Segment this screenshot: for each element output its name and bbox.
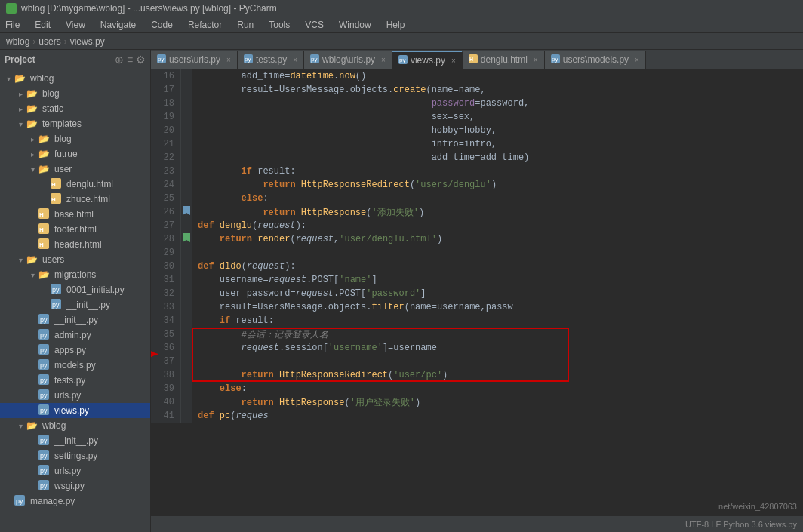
line-content: else:	[192, 192, 803, 205]
code-line-22: 22 add_time=add_time)	[151, 151, 803, 165]
line-gutter	[181, 273, 192, 287]
menu-item-run[interactable]: Run	[235, 19, 256, 31]
editor-tabs: pyusers\urls.py×pytests.py×pywblog\urls.…	[151, 50, 803, 69]
code-line-41: 41def pc(reques	[151, 409, 803, 423]
line-gutter	[181, 355, 192, 368]
tree-item-futrue[interactable]: ▸📂futrue	[0, 146, 150, 161]
tree-item-apps-py[interactable]: pyapps.py	[0, 343, 150, 358]
breadcrumb-item[interactable]: wblog	[6, 36, 29, 47]
tree-item-footer-html[interactable]: Hfooter.html	[0, 222, 150, 237]
tree-label: __init__.py	[66, 300, 110, 310]
line-content: hobby=hobby,	[192, 124, 803, 137]
editor-tab-denglu-html[interactable]: Hdenglu.html×	[463, 51, 545, 69]
tab-close-button[interactable]: ×	[226, 56, 231, 64]
tree-item-settings-py[interactable]: pysettings.py	[0, 448, 150, 463]
line-gutter	[181, 232, 192, 246]
tab-close-button[interactable]: ×	[293, 56, 297, 64]
editor-tab-users-models-py[interactable]: pyusers\models.py×	[545, 51, 646, 69]
tree-item-init-migrations[interactable]: py__init__.py	[0, 297, 150, 312]
editor-tab-wblog-urls-py[interactable]: pywblog\urls.py×	[304, 51, 392, 69]
tab-close-button[interactable]: ×	[534, 56, 538, 64]
line-content: add_time=datetime.now()	[192, 69, 803, 83]
line-number: 41	[151, 409, 181, 423]
file-icon-html: H	[38, 238, 50, 251]
tree-item-zhuce-html[interactable]: Hzhuce.html	[0, 192, 150, 207]
tree-item-manage-py[interactable]: pymanage.py	[0, 494, 150, 509]
line-content: infro=infro,	[192, 137, 803, 151]
line-number: 29	[151, 246, 181, 260]
tab-close-button[interactable]: ×	[381, 56, 386, 64]
tree-item-user-tpl[interactable]: ▾📂user	[0, 161, 150, 177]
code-line-33: 33 result=UsersMessage.objects.filter(na…	[151, 300, 803, 314]
editor-tab-views-py[interactable]: pyviews.py×	[392, 51, 463, 69]
menu-item-view[interactable]: View	[63, 19, 88, 31]
code-editor[interactable]: 16 add_time=datetime.now()17 result=User…	[151, 69, 803, 515]
tree-label: blog	[54, 134, 72, 144]
menu-item-refactor[interactable]: Refactor	[186, 19, 224, 31]
tree-item-views-py[interactable]: pyviews.py	[0, 403, 150, 418]
line-gutter	[181, 341, 192, 355]
file-tree[interactable]: ▾📂wblog▸📂blog▸📂static▾📂templates▸📂blog▸📂…	[0, 69, 150, 532]
tree-item-static[interactable]: ▸📂static	[0, 101, 150, 116]
menu-item-help[interactable]: Help	[384, 19, 408, 31]
line-number: 20	[151, 124, 181, 137]
line-number: 19	[151, 110, 181, 124]
tree-item-models-py[interactable]: pymodels.py	[0, 358, 150, 373]
tree-item-urls-wblog[interactable]: pyurls.py	[0, 463, 150, 478]
code-line-38: 38 return HttpResponseRedirect('user/pc'…	[151, 368, 803, 382]
breadcrumb-sep: ›	[64, 36, 67, 47]
main-layout: Project ⊕ ≡ ⚙ ▾📂wblog▸📂blog▸📂static▾📂tem…	[0, 50, 803, 532]
panel-icons: ⊕ ≡ ⚙	[115, 54, 146, 66]
menu-item-tools[interactable]: Tools	[266, 19, 292, 31]
tree-item-wsgi-py[interactable]: pywsgi.py	[0, 478, 150, 494]
tree-item-init-wblog[interactable]: py__init__.py	[0, 433, 150, 448]
menu-item-vcs[interactable]: VCS	[303, 19, 326, 31]
highlight-arrow: →	[151, 340, 158, 370]
tree-item-tests-py[interactable]: pytests.py	[0, 373, 150, 388]
tree-item-wblog-inner[interactable]: ▾📂wblog	[0, 418, 150, 433]
line-number: 21	[151, 137, 181, 151]
file-icon-html: H	[38, 223, 50, 235]
tab-close-button[interactable]: ×	[451, 57, 456, 65]
menu-item-edit[interactable]: Edit	[32, 19, 53, 31]
menu-item-code[interactable]: Code	[149, 19, 175, 31]
tree-item-urls-py[interactable]: pyurls.py	[0, 388, 150, 403]
code-line-28: 28 return render(request,'user/denglu.ht…	[151, 232, 803, 246]
tree-item-users[interactable]: ▾📂users	[0, 252, 150, 267]
file-icon-html: H	[50, 178, 62, 190]
editor-tab-tests-py[interactable]: pytests.py×	[238, 51, 304, 69]
tree-item-denglu-html[interactable]: Hdenglu.html	[0, 177, 150, 192]
tree-item-wblog-root[interactable]: ▾📂wblog	[0, 71, 150, 86]
breadcrumb-item[interactable]: users	[38, 36, 60, 47]
line-content	[192, 246, 803, 260]
tree-item-header-html[interactable]: Hheader.html	[0, 237, 150, 252]
svg-text:H: H	[39, 211, 44, 218]
menu-item-file[interactable]: File	[3, 19, 22, 31]
tree-item-init-users[interactable]: py__init__.py	[0, 312, 150, 328]
editor-tab-users-urls-py[interactable]: pyusers\urls.py×	[151, 51, 238, 69]
code-line-32: 32 user_password=request.POST['password'…	[151, 287, 803, 300]
tree-label: denglu.html	[66, 179, 113, 189]
menu-item-window[interactable]: Window	[337, 19, 374, 31]
tree-item-base-html[interactable]: Hbase.html	[0, 207, 150, 222]
code-line-34: 34 if result:	[151, 314, 803, 328]
menu-item-navigate[interactable]: Navigate	[98, 19, 138, 31]
tree-item-blog-tpl[interactable]: ▸📂blog	[0, 131, 150, 146]
breadcrumb-item[interactable]: views.py	[70, 36, 105, 47]
tab-close-button[interactable]: ×	[635, 56, 639, 64]
tree-item-migrations[interactable]: ▾📂migrations	[0, 267, 150, 282]
tree-label: footer.html	[54, 224, 97, 235]
line-number: 39	[151, 382, 181, 395]
menubar: FileEditViewNavigateCodeRefactorRunTools…	[0, 17, 803, 33]
svg-text:H: H	[51, 196, 56, 203]
tree-item-0001-initial[interactable]: py0001_initial.py	[0, 282, 150, 297]
tree-item-admin-py[interactable]: pyadmin.py	[0, 328, 150, 343]
tree-item-templates[interactable]: ▾📂templates	[0, 116, 150, 131]
line-number: 25	[151, 192, 181, 205]
line-content: request.session['username']=username	[192, 341, 803, 355]
file-icon-folder: 📂	[14, 73, 26, 84]
svg-text:py: py	[399, 57, 405, 63]
file-icon-py: py	[38, 450, 50, 462]
line-gutter	[181, 69, 192, 83]
tree-item-blog[interactable]: ▸📂blog	[0, 86, 150, 101]
